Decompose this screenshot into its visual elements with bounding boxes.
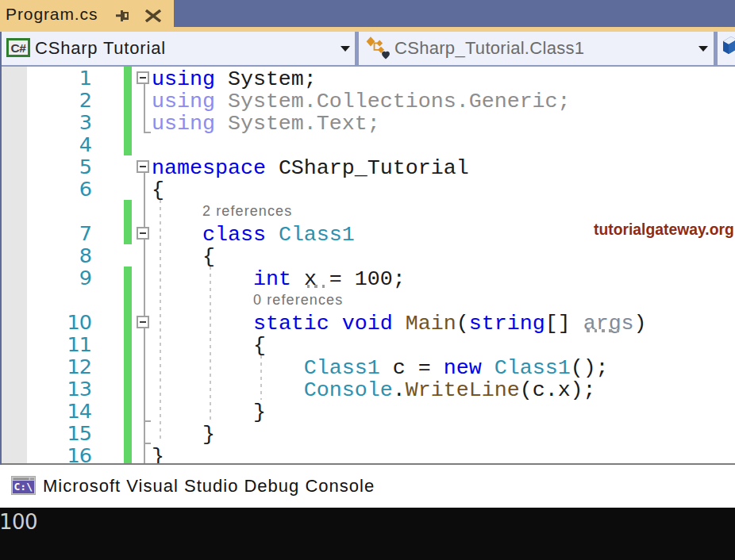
code-token [393, 312, 406, 336]
code-token: } [152, 445, 164, 463]
line-number: 3 [0, 111, 91, 133]
code-token: x [304, 267, 317, 291]
code-token: using [152, 67, 215, 91]
code-token: class [202, 223, 266, 247]
codelens-references[interactable]: 0 references [253, 289, 343, 311]
code-line: } [152, 446, 164, 463]
csharp-icon-text: C# [11, 41, 27, 55]
line-number: 13 [0, 378, 91, 400]
code-token [152, 312, 253, 336]
indent-guide [260, 355, 262, 400]
outlining-line [144, 84, 145, 133]
code-editor[interactable]: 1using System;2using System.Collections.… [0, 67, 735, 463]
navigation-bar: C# CSharp Tutorial CSharp_Tutorial.Class… [0, 32, 735, 67]
code-token [152, 378, 304, 402]
outlining-line-end [144, 443, 151, 444]
code-line: Class1 c = new Class1(); [152, 357, 609, 379]
code-line: } [152, 401, 266, 424]
collapse-toggle[interactable] [137, 71, 149, 84]
code-token: System; [215, 67, 317, 91]
code-token: string [469, 312, 545, 336]
line-number: 5 [0, 155, 91, 178]
code-line: int x = 100; [152, 268, 406, 290]
line-number: 8 [0, 244, 91, 267]
navbar-separator [355, 32, 359, 65]
console-title-bar: C:\ Microsoft Visual Studio Debug Consol… [0, 465, 735, 508]
code-token [291, 267, 304, 291]
code-token [152, 267, 253, 291]
line-number: 15 [0, 422, 91, 444]
codelens-references[interactable]: 2 references [202, 200, 292, 222]
code-token: Class1 [494, 356, 571, 380]
code-token: System.Collections.Generic; [215, 90, 571, 113]
code-line: using System.Collections.Generic; [152, 90, 571, 113]
console-output: 100 [0, 511, 37, 533]
code-token: namespace [152, 156, 266, 180]
code-token: [] [545, 312, 583, 336]
pin-icon[interactable] [115, 9, 129, 25]
tab-title: Program.cs [6, 0, 98, 27]
class-icon [363, 34, 391, 64]
code-line: { [152, 179, 164, 201]
code-token: void [342, 312, 393, 336]
code-token: using [152, 90, 215, 113]
line-number: 10 [0, 311, 91, 333]
window-left-border [0, 32, 2, 465]
code-token: new [444, 356, 482, 380]
line-number: 1 [0, 67, 91, 89]
console-icon-text: C:\ [14, 481, 33, 493]
outlining-line-end [144, 420, 151, 422]
code-token [152, 356, 304, 380]
code-token: WriteLine [406, 378, 520, 402]
line-number: 7 [0, 222, 91, 244]
code-token: } [152, 401, 266, 424]
code-line: { [152, 335, 266, 357]
code-line: Console.WriteLine(c.x); [152, 379, 596, 401]
code-token: { [152, 334, 266, 358]
line-number: 2 [0, 89, 91, 111]
code-token: Class1 [304, 356, 380, 380]
code-token: Console [304, 378, 393, 402]
line-number: 4 [0, 133, 91, 155]
code-line: using System; [152, 68, 317, 90]
debug-console-output-area[interactable]: 100 [0, 508, 735, 560]
type-dropdown-label: CSharp_Tutorial.Class1 [394, 32, 584, 65]
indent-guide [210, 267, 211, 420]
collapse-toggle[interactable] [137, 316, 149, 328]
watermark: tutorialgateway.org [594, 217, 734, 240]
code-token: static [253, 312, 329, 336]
method-cube-icon [721, 34, 735, 59]
change-tracking-bar [124, 267, 132, 463]
code-token: CSharp_Tutorial [266, 156, 469, 180]
code-token: int [253, 267, 291, 291]
line-number: 12 [0, 355, 91, 378]
line-number: 16 [0, 444, 91, 464]
code-token: Main [406, 312, 456, 336]
code-token: c = [380, 356, 444, 380]
code-token: = 100; [317, 267, 406, 291]
close-icon[interactable] [145, 10, 161, 25]
code-token: Class1 [279, 223, 355, 247]
code-token [482, 356, 494, 380]
code-token: (); [571, 356, 609, 380]
csharp-project-icon: C# [6, 38, 30, 60]
change-tracking-bar [124, 200, 132, 244]
code-token: args [583, 312, 634, 336]
code-token: ( [456, 312, 469, 336]
tab-program-cs[interactable]: Program.cs [0, 0, 174, 27]
code-token: { [152, 178, 164, 202]
line-number: 6 [0, 178, 91, 200]
line-number: 11 [0, 333, 91, 355]
line-number: 9 [0, 267, 91, 289]
code-token: (c.x); [520, 378, 596, 402]
code-line: namespace CSharp_Tutorial [152, 157, 469, 179]
collapse-toggle[interactable] [137, 227, 149, 240]
console-window-icon: C:\ [11, 476, 36, 498]
code-token: . [393, 378, 406, 402]
code-token [266, 223, 279, 247]
chevron-down-icon [698, 46, 708, 52]
console-title: Microsoft Visual Studio Debug Console [43, 465, 375, 508]
collapse-toggle[interactable] [137, 160, 149, 173]
code-line: class Class1 [152, 224, 355, 246]
code-token: using [152, 112, 215, 136]
